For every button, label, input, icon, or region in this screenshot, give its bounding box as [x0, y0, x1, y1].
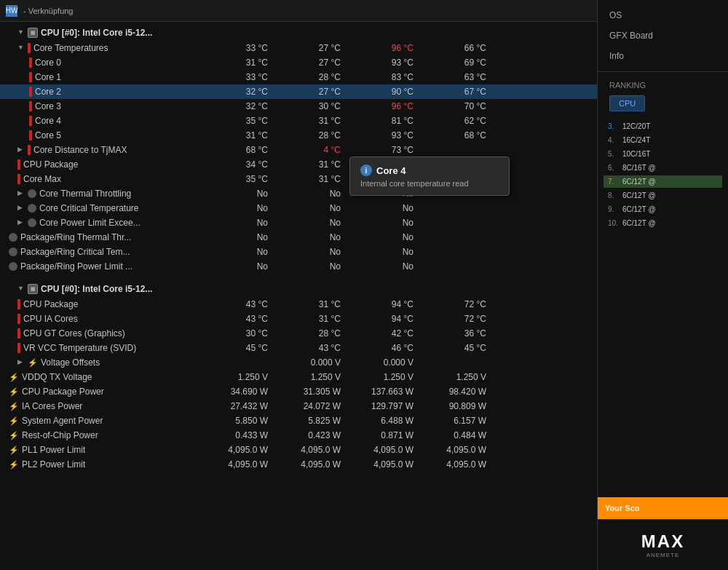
row-core3[interactable]: Core 3 32 °C 30 °C 96 °C 70 °C — [0, 99, 597, 114]
section-spacer — [0, 274, 597, 281]
row-s2-pkg[interactable]: CPU Package 43 °C 31 °C 94 °C 72 °C — [0, 297, 597, 312]
row-s2-pl1[interactable]: ⚡ PL1 Power Limit 4,095.0 W 4,095.0 W 4,… — [0, 443, 597, 457]
circle-icon-ring-thermal — [9, 233, 17, 242]
val-pkg-1: 34 °C — [207, 159, 280, 170]
bar-icon-core3 — [29, 101, 32, 111]
val-core1-3: 83 °C — [352, 72, 425, 82]
row-s2-rocpwr[interactable]: ⚡ Rest-of-Chip Power 0.433 W 0.423 W 0.8… — [0, 428, 597, 443]
row-s2-gt[interactable]: CPU GT Cores (Graphics) 30 °C 28 °C 42 °… — [0, 326, 597, 341]
expand-icon-voffset: ▶ — [17, 358, 26, 367]
row-ring-critical[interactable]: Package/Ring Critical Tem... No No No — [0, 245, 597, 259]
ranking-title: Ranking — [604, 78, 722, 92]
max-logo: MAX ANEMETE — [598, 519, 728, 570]
val-coremax-2: 31 °C — [280, 174, 352, 184]
val-core3-1: 32 °C — [207, 101, 280, 111]
ranking-item-7[interactable]: 7. 6C/12T @ — [604, 175, 722, 188]
circle-icon-throttle — [28, 189, 36, 198]
expand-icon-tjmax: ▶ — [17, 146, 26, 154]
row-s2-vr[interactable]: VR VCC Temperature (SVID) 45 °C 43 °C 46… — [0, 341, 597, 355]
val-core1-1: 33 °C — [207, 72, 280, 82]
max-logo-text: MAX — [641, 531, 684, 552]
row-ring-power[interactable]: Package/Ring Power Limit ... No No No — [0, 259, 597, 274]
ranking-item-3[interactable]: 3. 12C/20T — [604, 120, 722, 132]
val-core4-2: 31 °C — [280, 116, 352, 126]
ranking-item-8[interactable]: 8. 6C/12T @ — [604, 189, 722, 202]
val-core-temps-4: 66 °C — [425, 43, 498, 53]
rank-label-4: 16C/24T — [622, 136, 718, 144]
row-core5[interactable]: Core 5 31 °C 28 °C 93 °C 68 °C — [0, 128, 597, 143]
max-logo-sub: ANEMETE — [641, 552, 684, 558]
val-core0-2: 27 °C — [280, 58, 352, 68]
row-tjmax[interactable]: ▶ Core Distance to TjMAX 68 °C 4 °C 73 °… — [0, 143, 597, 157]
row-s2-vddq[interactable]: ⚡ VDDQ TX Voltage 1.250 V 1.250 V 1.250 … — [0, 370, 597, 384]
val-core5-2: 28 °C — [280, 130, 352, 140]
val-core4-4: 62 °C — [425, 116, 498, 126]
row-core-temps[interactable]: ▼ Core Temperatures 33 °C 27 °C 96 °C 66… — [0, 41, 597, 55]
val-core3-2: 30 °C — [280, 101, 352, 111]
val-rpwr-1: No — [207, 261, 280, 272]
val-rcrit-3: No — [352, 247, 425, 257]
row-core4[interactable]: Core 4 35 °C 31 °C 81 °C 62 °C — [0, 114, 597, 128]
ranking-item-6[interactable]: 6. 8C/16T @ — [604, 162, 722, 174]
row-core1[interactable]: Core 1 33 °C 28 °C 83 °C 63 °C — [0, 70, 597, 84]
top-bar: HW - Verknüpfung — [0, 0, 597, 22]
thunder-icon-pl2: ⚡ — [9, 460, 19, 470]
ranking-item-10[interactable]: 10. 6C/12T @ — [604, 217, 722, 229]
row-s2-pl2[interactable]: ⚡ PL2 Power Limit 4,095.0 W 4,095.0 W 4,… — [0, 457, 597, 472]
row-core-critical[interactable]: ▶ Core Critical Temperature No No No — [0, 201, 597, 215]
row-s2-sapwr[interactable]: ⚡ System Agent Power 5.850 W 5.825 W 6.4… — [0, 413, 597, 428]
val-core2-3: 90 °C — [352, 87, 425, 97]
val-rcrit-2: No — [280, 247, 352, 257]
row-s2-pkgpwr[interactable]: ⚡ CPU Package Power 34.690 W 31.305 W 13… — [0, 384, 597, 399]
row-core2[interactable]: Core 2 32 °C 27 °C 90 °C 67 °C — [0, 84, 597, 99]
section-label-cpu1: ▼ ▦ CPU [#0]: Intel Core i5-12... — [3, 28, 207, 38]
thunder-icon-pl1: ⚡ — [9, 446, 19, 455]
row-power-limit[interactable]: ▶ Core Power Limit Excee... No No No — [0, 215, 597, 230]
val-core0-1: 31 °C — [207, 58, 280, 68]
val-rth-2: No — [280, 232, 352, 242]
rank-num-9: 9. — [608, 205, 622, 213]
ranking-item-5[interactable]: 5. 10C/16T — [604, 148, 722, 160]
main-content[interactable]: ▼ ▦ CPU [#0]: Intel Core i5-12... ▼ Core… — [0, 22, 597, 570]
nav-item-os[interactable]: OS — [598, 6, 728, 25]
bar-icon-s2pkg — [17, 299, 20, 309]
bar-icon-coremax — [17, 174, 20, 184]
row-s2-voffset[interactable]: ▶ ⚡ Voltage Offsets 0.000 V 0.000 V — [0, 355, 597, 370]
rank-label-6: 8C/16T @ — [622, 164, 718, 172]
thunder-icon-pkgpwr: ⚡ — [9, 387, 19, 397]
expand-icon-critical: ▶ — [17, 204, 26, 213]
val-core1-4: 63 °C — [425, 72, 498, 82]
val-pwrlimit-3: No — [352, 218, 425, 228]
val-core1-2: 28 °C — [280, 72, 352, 82]
rank-num-10: 10. — [608, 219, 622, 227]
val-core2-1: 32 °C — [207, 87, 280, 97]
ranking-item-9[interactable]: 9. 6C/12T @ — [604, 203, 722, 215]
val-core0-3: 93 °C — [352, 58, 425, 68]
thunder-icon-rocpwr: ⚡ — [9, 431, 19, 440]
val-tjmax-1: 68 °C — [207, 145, 280, 155]
rank-label-7: 6C/12T @ — [622, 178, 718, 186]
section-label-cpu2: ▼ ▦ CPU [#0]: Intel Core i5-12... — [3, 284, 207, 294]
your-score-bar: Your Sco — [598, 497, 728, 519]
section-header-cpu1[interactable]: ▼ ▦ CPU [#0]: Intel Core i5-12... — [0, 25, 597, 41]
val-throttle-1: No — [207, 189, 280, 199]
row-ring-thermal[interactable]: Package/Ring Thermal Thr... No No No — [0, 230, 597, 245]
expand-icon-pwrlimit: ▶ — [17, 218, 26, 227]
ranking-cpu-button[interactable]: CPU — [609, 95, 645, 111]
right-nav: OS GFX Board Info — [598, 0, 728, 72]
nav-item-info[interactable]: Info — [598, 47, 728, 66]
nav-item-gfx[interactable]: GFX Board — [598, 26, 728, 45]
row-s2-ia[interactable]: CPU IA Cores 43 °C 31 °C 94 °C 72 °C — [0, 312, 597, 326]
row-core0[interactable]: Core 0 31 °C 27 °C 93 °C 69 °C — [0, 55, 597, 70]
section-title-cpu1: CPU [#0]: Intel Core i5-12... — [41, 28, 152, 38]
bar-icon-tjmax — [28, 145, 31, 155]
rank-label-9: 6C/12T @ — [622, 205, 718, 213]
ranking-section: Ranking CPU 3. 12C/20T 4. 16C/24T 5. 10C… — [598, 72, 728, 235]
ranking-item-4[interactable]: 4. 16C/24T — [604, 134, 722, 146]
bar-icon-core1 — [29, 72, 32, 82]
val-rpwr-3: No — [352, 261, 425, 272]
val-core5-3: 93 °C — [352, 130, 425, 140]
section-header-cpu2[interactable]: ▼ ▦ CPU [#0]: Intel Core i5-12... — [0, 281, 597, 297]
row-s2-iapwr[interactable]: ⚡ IA Cores Power 27.432 W 24.072 W 129.7… — [0, 399, 597, 413]
bar-icon-core2 — [29, 87, 32, 97]
